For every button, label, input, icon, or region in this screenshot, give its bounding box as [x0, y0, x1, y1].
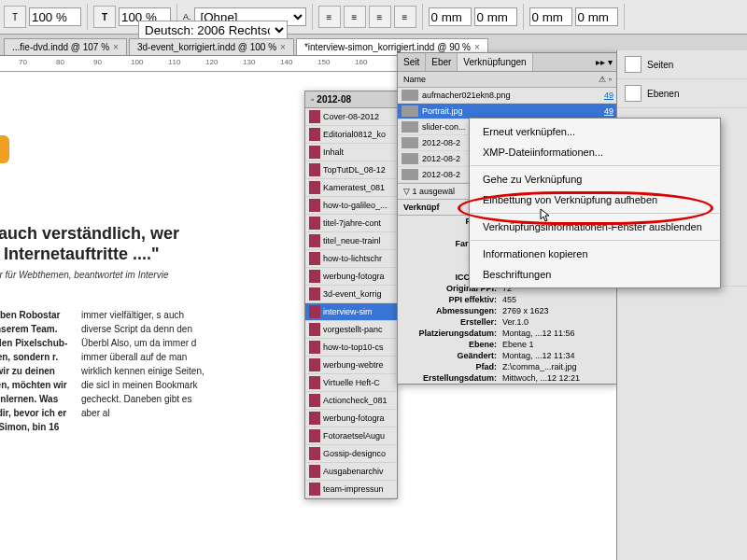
indd-icon	[309, 341, 320, 354]
close-icon[interactable]: ×	[113, 42, 119, 52]
page-item[interactable]: 3d-event_korrig	[305, 286, 397, 303]
pages-icon	[625, 56, 641, 73]
link-thumbnail	[402, 153, 418, 164]
align-left-icon[interactable]: ≡	[318, 6, 341, 28]
detail-row: Abmessungen:2769 x 1623	[398, 305, 617, 316]
panel-menu-icon[interactable]: ▸▸ ▾	[533, 53, 617, 71]
subheadline: uer Moderator für Webthemen, beantwortet…	[0, 270, 205, 280]
page-item[interactable]: Ausgabenarchiv	[305, 463, 397, 481]
page-item[interactable]: Kameratest_081	[305, 179, 397, 197]
indd-icon	[309, 128, 320, 141]
text-tool-icon[interactable]: T	[4, 6, 26, 28]
headline: s aber auch verständlich, weren ihre Int…	[0, 224, 205, 264]
page-item[interactable]: FotoraetselAugu	[305, 427, 397, 445]
indd-icon	[309, 270, 320, 283]
col-name[interactable]: Name	[403, 75, 599, 84]
type-scale-icon[interactable]: T	[93, 6, 116, 28]
detail-row: Geändert:Montag, ...12 11:34	[398, 350, 617, 361]
body-col-2: immer vielfältiger, s auch diverse Scrip…	[81, 308, 205, 434]
page-item[interactable]: how-to-lichtschr	[305, 250, 397, 268]
link-row[interactable]: aufmacher021ekn8.png49	[398, 88, 617, 104]
indd-icon	[309, 305, 320, 318]
context-menu-item[interactable]: Beschriftungen	[470, 264, 720, 285]
indd-icon	[309, 287, 320, 301]
indd-icon	[309, 252, 320, 265]
indd-icon	[309, 323, 320, 336]
tab-seiten[interactable]: Seit	[398, 53, 426, 71]
indd-icon	[309, 234, 320, 247]
page-item[interactable]: werbung-webtre	[305, 357, 397, 374]
link-thumbnail	[402, 137, 418, 148]
page-item[interactable]: Gossip-designco	[305, 445, 397, 463]
indd-icon	[309, 376, 320, 389]
page-item[interactable]: vorgestellt-panc	[305, 321, 397, 339]
page-item[interactable]: TopTutDL_08-12	[305, 161, 397, 179]
indd-icon	[309, 429, 320, 442]
page-item[interactable]: interview-sim	[305, 303, 397, 321]
link-thumbnail	[402, 121, 418, 133]
page-item[interactable]: werbung-fotogra	[305, 268, 397, 286]
links-panel-tabs[interactable]: Seit Eber Verknüpfungen ▸▸ ▾	[398, 53, 617, 72]
align-center-icon[interactable]: ≡	[344, 6, 366, 28]
page-item[interactable]: Cover-08-2012	[305, 108, 397, 126]
detail-row: Erstellungsdatum:Mittwoch, ...12 12:21	[398, 372, 617, 384]
page-item[interactable]: how-to-top10-cs	[305, 339, 397, 357]
detail-row: Ersteller:Ver.1.0	[398, 316, 617, 328]
link-thumbnail	[402, 105, 418, 117]
indd-icon	[309, 110, 320, 123]
context-menu-item[interactable]: Informationen kopieren	[470, 244, 720, 264]
page-icon: ▫	[609, 75, 612, 84]
context-menu-item[interactable]: Gehe zu Verknüpfung	[470, 169, 720, 189]
tab-ebenen[interactable]: Eber	[426, 53, 458, 71]
indd-icon	[309, 483, 320, 496]
body-col-1: ist ja jetzt neben Robostar derator in u…	[0, 308, 68, 434]
align-right-icon[interactable]: ≡	[369, 6, 391, 28]
indd-icon	[309, 163, 320, 176]
page-item[interactable]: werbung-fotogra	[305, 410, 397, 427]
dock-ebenen[interactable]: Ebenen	[617, 79, 747, 108]
link-thumbnail	[402, 169, 418, 180]
detail-row: Platzierungsdatum:Montag, ...12 11:56	[398, 328, 617, 339]
context-menu-item[interactable]: Erneut verknüpfen...	[470, 121, 720, 142]
page-item[interactable]: Actioncheck_081	[305, 392, 397, 410]
page-item[interactable]: titel-7jahre-cont	[305, 215, 397, 232]
orange-shape	[0, 135, 9, 163]
indd-icon	[309, 181, 320, 194]
inset-bottom[interactable]	[529, 7, 572, 26]
page-item[interactable]: Virtuelle Heft-C	[305, 374, 397, 392]
inset-left[interactable]	[474, 7, 517, 26]
control-toolbar: T T A. [Ohne] ≡ ≡ ≡ ≡ Deutsch: 2006 Rech…	[0, 0, 747, 35]
context-menu-item[interactable]: XMP-Dateiinformationen...	[470, 142, 720, 162]
pages-panel-title[interactable]: ◦ 2012-08	[305, 91, 397, 108]
page-item[interactable]: team-impressun	[305, 481, 397, 498]
layers-icon	[625, 85, 641, 102]
page-item[interactable]: titel_neue-trainl	[305, 232, 397, 250]
zoom-field[interactable]	[29, 7, 81, 26]
indd-icon	[309, 465, 320, 478]
page-item[interactable]: Editorial0812_ko	[305, 126, 397, 144]
indd-icon	[309, 146, 320, 159]
indd-icon	[309, 217, 320, 230]
inset-right[interactable]	[575, 7, 618, 26]
dock-seiten[interactable]: Seiten	[617, 50, 747, 79]
indd-icon	[309, 358, 320, 371]
language-select[interactable]: Deutsch: 2006 Rechtschreib...	[138, 21, 288, 39]
inset-top[interactable]	[429, 7, 472, 26]
pages-panel[interactable]: ◦ 2012-08 Cover-08-2012Editorial0812_koI…	[304, 91, 398, 499]
indd-icon	[309, 199, 320, 212]
page-item[interactable]: how-to-galileo_...	[305, 197, 397, 215]
close-icon[interactable]: ×	[280, 42, 286, 52]
context-menu-item[interactable]: Verknüpfungsinformationen-Fenster ausble…	[470, 217, 720, 237]
indd-icon	[309, 412, 320, 425]
article-text: s aber auch verständlich, weren ihre Int…	[0, 224, 205, 434]
detail-row: Ebene:Ebene 1	[398, 339, 617, 350]
doc-tab-1[interactable]: 3d-event_korrigiert.indd @ 100 %×	[129, 38, 294, 55]
page-item[interactable]: Inhalt	[305, 144, 397, 161]
align-justify-icon[interactable]: ≡	[394, 6, 416, 28]
doc-tab-0[interactable]: ...fie-dvd.indd @ 107 %×	[4, 38, 127, 55]
close-icon[interactable]: ×	[474, 42, 480, 52]
detail-row: PPI effektiv:455	[398, 294, 617, 305]
context-menu-item[interactable]: Einbettung von Verknüpfung aufheben	[470, 189, 720, 210]
tab-verknuepfungen[interactable]: Verknüpfungen	[458, 53, 532, 71]
indd-icon	[309, 447, 320, 460]
